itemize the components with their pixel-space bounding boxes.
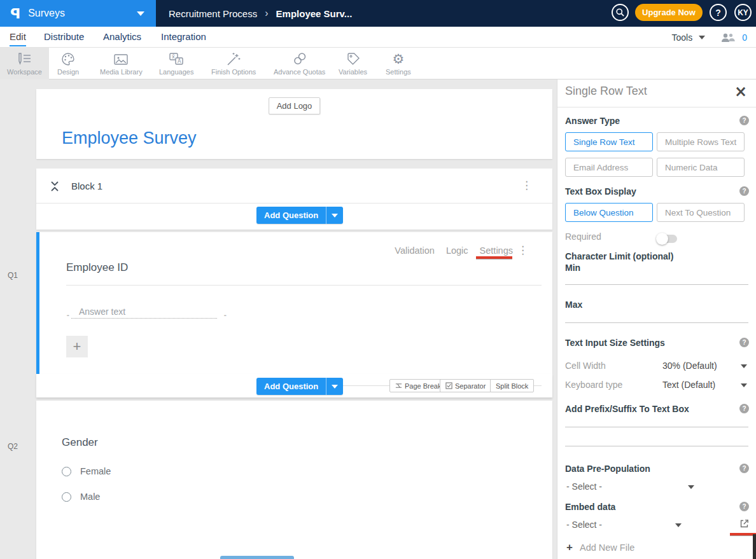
required-label: Required xyxy=(565,231,601,242)
toolbar-item-variables[interactable]: Variables xyxy=(332,48,374,79)
add-new-file-button[interactable]: Add New File xyxy=(580,542,634,553)
breadcrumb-parent[interactable]: Recruitment Process xyxy=(169,8,257,19)
suffix-input[interactable] xyxy=(565,434,748,446)
split-block-button[interactable]: Split Block xyxy=(490,379,534,392)
answer-type-multiple-rows[interactable]: Multiple Rows Text xyxy=(657,132,745,151)
product-switcher[interactable]: P Surveys xyxy=(0,0,156,27)
answer-type-single-row[interactable]: Single Row Text xyxy=(565,132,653,151)
help-icon[interactable]: ? xyxy=(739,502,749,511)
toolbar-item-advance-quotas[interactable]: Advance Quotas xyxy=(267,48,332,79)
search-icon xyxy=(615,8,625,17)
question-card-q2: Gender Female Male xyxy=(36,401,552,559)
chevron-down-icon[interactable] xyxy=(699,36,705,39)
add-row-button[interactable]: + xyxy=(66,336,88,357)
insert-strip: Add Question Page Break Separator Split … xyxy=(36,374,552,397)
add-question-button-partial[interactable] xyxy=(220,556,294,559)
add-question-button-2[interactable]: Add Question xyxy=(256,378,343,395)
survey-title[interactable]: Employee Survey xyxy=(62,128,197,148)
chevron-down-icon xyxy=(332,385,338,389)
add-question-button[interactable]: Add Question xyxy=(256,207,343,224)
help-icon[interactable]: ? xyxy=(739,404,749,413)
workspace-icon xyxy=(17,52,33,67)
tab-validation[interactable]: Validation xyxy=(395,245,435,256)
char-limit-label: Character Limit (optional) xyxy=(565,251,673,261)
radio-icon[interactable] xyxy=(62,467,71,476)
tab-integration[interactable]: Integration xyxy=(161,31,206,45)
prefix-input[interactable] xyxy=(565,415,748,427)
toolbar-item-languages[interactable]: x̄A Languages xyxy=(153,48,200,79)
breadcrumb-current[interactable]: Employee Surv... xyxy=(276,8,353,19)
block-title[interactable]: Block 1 xyxy=(71,181,102,191)
display-next-to-question[interactable]: Next To Question xyxy=(657,203,745,222)
collaborators-icon[interactable] xyxy=(720,32,736,43)
help-icon[interactable]: ? xyxy=(739,338,749,347)
toolbar-item-media-library[interactable]: Media Library xyxy=(94,48,149,79)
settings-annotation-underline xyxy=(476,256,512,259)
data-prepopulation-select[interactable]: - Select - xyxy=(566,481,602,492)
tab-distribute[interactable]: Distribute xyxy=(44,31,84,45)
cell-width-value[interactable]: 30% (Default) xyxy=(662,361,717,371)
search-button[interactable] xyxy=(612,4,629,21)
help-button[interactable]: ? xyxy=(710,4,727,21)
tab-settings[interactable]: Settings xyxy=(480,245,513,256)
add-question-dropdown[interactable] xyxy=(326,207,343,224)
answer-type-label: Answer Type xyxy=(565,116,620,126)
radio-option-female[interactable]: Female xyxy=(62,466,111,476)
prefix-quote[interactable]: “ xyxy=(67,314,69,321)
breadcrumb-separator-icon: › xyxy=(265,8,268,19)
required-toggle[interactable] xyxy=(658,235,677,243)
suffix-quote[interactable]: “ xyxy=(224,314,227,321)
keyboard-type-value[interactable]: Text (Default) xyxy=(662,380,715,390)
toolbar-item-settings[interactable]: ⚙ Settings xyxy=(379,48,417,79)
block-header: Block 1 ⋮ xyxy=(36,169,552,204)
close-icon[interactable]: × xyxy=(734,85,747,99)
tab-logic[interactable]: Logic xyxy=(446,245,468,256)
separator-button[interactable]: Separator xyxy=(440,379,491,392)
help-icon[interactable]: ? xyxy=(739,116,749,125)
collaborators-count[interactable]: 0 xyxy=(742,32,747,43)
block-menu-icon[interactable]: ⋮ xyxy=(521,180,532,191)
questionpro-logo-icon: P xyxy=(10,6,20,22)
help-icon[interactable]: ? xyxy=(739,464,749,473)
embed-data-select[interactable]: - Select - xyxy=(566,520,602,530)
question-title-q2[interactable]: Gender xyxy=(62,436,98,449)
answer-type-numeric[interactable]: Numeric Data xyxy=(657,158,745,177)
upgrade-now-button[interactable]: Upgrade Now xyxy=(635,4,703,21)
toolbar-item-finish-options[interactable]: Finish Options xyxy=(205,48,262,79)
prefix-suffix-label: Add Prefix/Suffix To Text Box xyxy=(565,404,689,414)
external-link-icon[interactable] xyxy=(739,518,750,529)
tag-icon xyxy=(346,52,361,67)
add-logo-button[interactable]: Add Logo xyxy=(269,97,321,114)
plus-icon[interactable]: + xyxy=(566,541,573,554)
radio-icon[interactable] xyxy=(62,492,71,502)
collapse-block-icon[interactable] xyxy=(50,181,60,192)
chevron-down-icon[interactable] xyxy=(688,485,694,489)
tab-edit[interactable]: Edit xyxy=(10,31,26,46)
add-question-dropdown-2[interactable] xyxy=(326,378,343,395)
display-below-question[interactable]: Below Question xyxy=(565,203,653,222)
scrollbar-thumb[interactable] xyxy=(753,534,756,559)
chevron-down-icon[interactable] xyxy=(741,383,747,387)
chevron-down-icon[interactable] xyxy=(741,364,747,368)
tab-analytics[interactable]: Analytics xyxy=(103,31,141,45)
question-divider xyxy=(66,285,542,286)
question-tabs: Validation Logic Settings xyxy=(395,245,513,256)
radio-option-male[interactable]: Male xyxy=(62,492,100,502)
max-input[interactable] xyxy=(565,310,748,323)
page-break-button[interactable]: Page Break xyxy=(389,379,447,392)
answer-text-placeholder[interactable]: Answer text xyxy=(79,307,125,317)
product-label: Surveys xyxy=(28,8,65,19)
translate-icon: x̄A xyxy=(168,52,185,67)
toolbar-item-design[interactable]: Design xyxy=(51,48,85,79)
question-menu-icon[interactable]: ⋮ xyxy=(517,245,528,256)
answer-input-underline[interactable] xyxy=(71,318,217,319)
answer-type-email[interactable]: Email Address xyxy=(565,158,653,177)
avatar[interactable]: KY xyxy=(734,4,752,21)
toolbar-item-workspace[interactable]: Workspace xyxy=(0,48,49,79)
help-icon[interactable]: ? xyxy=(739,186,749,196)
chevron-down-icon[interactable] xyxy=(675,523,682,527)
question-title-q1[interactable]: Employee ID xyxy=(66,261,128,274)
tools-menu[interactable]: Tools xyxy=(672,32,693,43)
palette-icon xyxy=(60,52,76,67)
min-input[interactable] xyxy=(565,272,748,285)
